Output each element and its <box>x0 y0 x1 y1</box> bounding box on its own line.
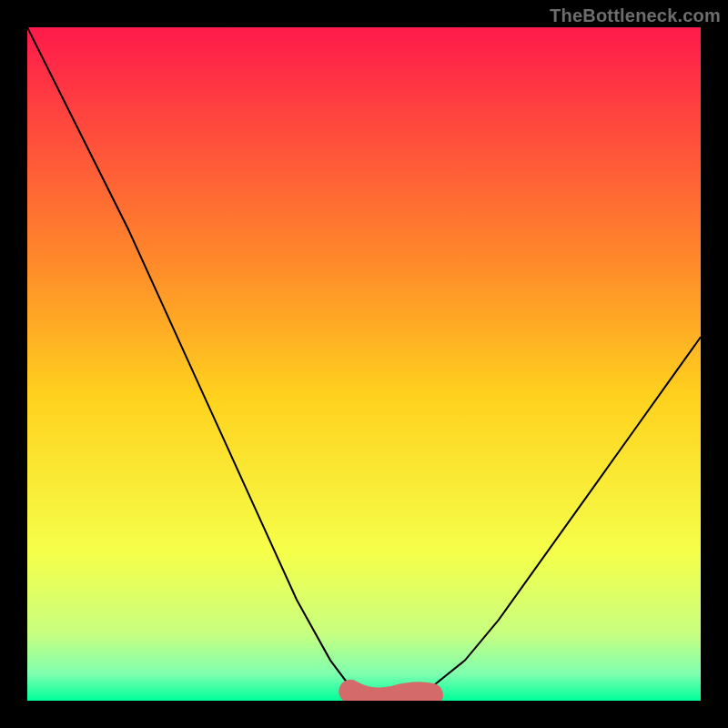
chart-plot-area <box>27 27 701 701</box>
optimal-range-indicator <box>350 692 431 700</box>
chart-frame: TheBottleneck.com <box>0 0 728 728</box>
gradient-background <box>27 27 701 701</box>
watermark-text: TheBottleneck.com <box>550 5 721 26</box>
chart-svg <box>27 27 701 701</box>
